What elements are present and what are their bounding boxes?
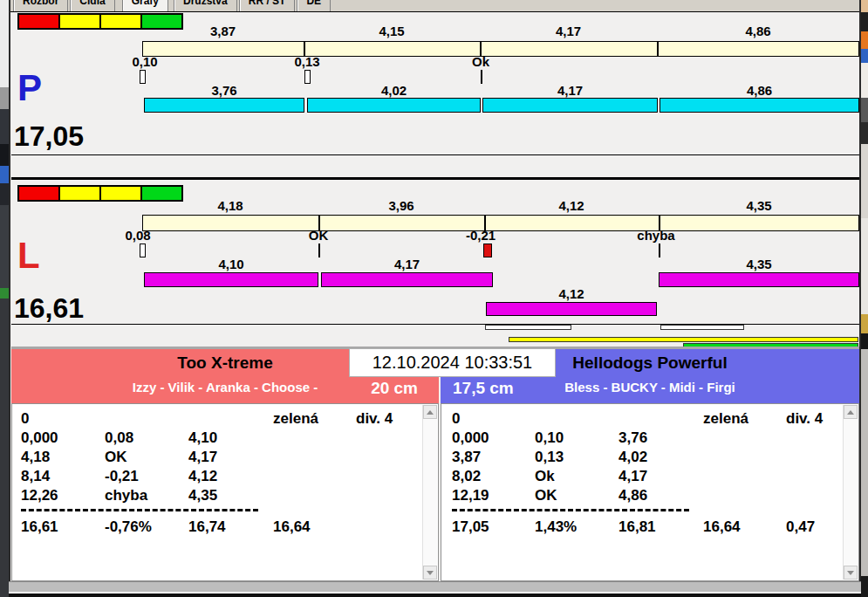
- legend-segment: [142, 15, 181, 28]
- plan-bar-divider: [657, 42, 659, 56]
- totals-cell: 16,81: [619, 519, 656, 536]
- panel-l-plan-segment-label: 4,18: [217, 199, 243, 212]
- panel-p-plan-segment-label: 3,87: [210, 24, 236, 38]
- strip-yellow-bar: [509, 337, 858, 342]
- table-cell: 4,17: [619, 469, 647, 485]
- panel-l-plan-bar: [142, 215, 859, 231]
- totals-cell: 1,43%: [535, 519, 577, 536]
- table-row: 0zelenádiv. 4: [441, 411, 858, 429]
- table-cell: 0: [452, 411, 460, 428]
- panel-p-mark-line-marker: [481, 70, 482, 84]
- panel-p-run-bar-segment: [307, 98, 481, 113]
- table-cell: 0: [21, 411, 29, 428]
- panel-l-run-segment-label: 4,12: [558, 287, 584, 300]
- arrow-down-icon: [427, 571, 434, 575]
- table-cell: -0,21: [105, 469, 139, 485]
- legend-segment: [142, 187, 181, 200]
- strip-white-bar: [485, 325, 571, 330]
- panel-p-plan-segment-label: 4,86: [745, 24, 770, 38]
- table-cell: 4,18: [21, 449, 50, 466]
- panel-p-plan-segment-label: 4,15: [379, 24, 404, 38]
- legend-segment: [19, 187, 58, 200]
- table-cell: div. 4: [786, 411, 823, 428]
- table-cell: 0,10: [535, 430, 564, 447]
- table-cell: 0,13: [535, 449, 564, 466]
- panel-l-mark-line-marker: [318, 244, 320, 257]
- panel-l-mark-label: chyba: [637, 229, 674, 242]
- totals-cell: 0,47: [786, 519, 815, 536]
- app-window: RozborČidlaGrafyDružstvaRR / STDE P17,05…: [0, 0, 868, 597]
- legend-segment: [19, 15, 58, 28]
- panel-l-plan-segment-label: 4,35: [746, 199, 771, 212]
- panel-p-label: P: [17, 70, 42, 106]
- panel-p-mark-label: 0,13: [294, 55, 319, 68]
- panel-l-run-bar-segment: [144, 272, 318, 287]
- panel-p-run-bar-segment: [660, 98, 859, 113]
- panel-p-run-segment-label: 3,76: [211, 84, 236, 97]
- datetime-display: 12.10.2024 10:33:51: [349, 348, 556, 377]
- panel-l-mark-box-marker: [140, 244, 146, 257]
- table-cell: 4,17: [188, 449, 217, 466]
- panel-l-run-bar-segment: [321, 272, 493, 287]
- table-cell: 8,02: [452, 469, 481, 485]
- panel-p-run-segment-label: 4,02: [381, 84, 407, 97]
- panel-p-plan-segment-label: 4,17: [556, 24, 581, 38]
- table-cell: 0,000: [21, 430, 58, 447]
- scroll-down-button[interactable]: [423, 566, 437, 580]
- table-row: 0,0000,084,10: [12, 430, 438, 448]
- panel-l-mark-line-marker: [659, 244, 660, 257]
- team-right-category: 17,5 cm: [453, 379, 514, 398]
- table-cell: 4,12: [188, 469, 217, 485]
- table-cell: OK: [105, 449, 127, 466]
- strip-white-bar: [660, 325, 744, 330]
- panel-p-mark-box-marker: [304, 70, 311, 84]
- panel-l-plan-segment-label: 3,96: [388, 199, 413, 212]
- totals-cell: 16,64: [703, 519, 741, 536]
- panel-l-run-bar-segment: [486, 302, 657, 316]
- totals-cell: 16,64: [273, 519, 311, 536]
- legend-segment: [60, 187, 99, 200]
- panel-l-mark-label: OK: [309, 229, 329, 242]
- table-row: 8,02Ok4,17: [441, 469, 858, 486]
- table-row: 8,14-0,214,12: [12, 469, 438, 486]
- results-table-right[interactable]: 0zelenádiv. 40,0000,103,763,870,134,028,…: [441, 403, 859, 581]
- panel-p-bottom-border: [11, 154, 859, 155]
- table-row: 12,26chyba4,35: [12, 488, 438, 505]
- arrow-down-icon: [847, 571, 854, 575]
- totals-row: 16,61-0,76%16,7416,64: [12, 519, 438, 537]
- table-cell: Ok: [535, 469, 555, 485]
- panel-l-bottom-border: [11, 324, 859, 325]
- table-row: 0zelenádiv. 4: [12, 411, 438, 429]
- panel-l-label: L: [17, 237, 40, 274]
- results-table-left[interactable]: 0zelenádiv. 40,0000,084,104,18OK4,178,14…: [11, 403, 439, 581]
- scroll-down-button[interactable]: [844, 566, 858, 580]
- panel-l-color-legend: [17, 185, 183, 202]
- panel-p-run-segment-label: 4,86: [747, 84, 772, 97]
- panel-p-run-bar-segment: [144, 98, 304, 113]
- panel-p-mark-label: Ok: [472, 55, 489, 68]
- panel-l-mark-error-marker: [483, 244, 492, 257]
- panel-l-mark-label: 0,08: [125, 229, 150, 242]
- table-row: 0,0000,103,76: [441, 430, 858, 448]
- totals-cell: 16,61: [21, 519, 58, 536]
- panel-l-run-segment-label: 4,10: [218, 257, 243, 271]
- panel-p-color-legend: [17, 13, 183, 30]
- totals-cell: 16,74: [188, 519, 226, 536]
- totals-row: 17,051,43%16,8116,640,47: [441, 519, 858, 537]
- table-cell: zelená: [703, 411, 748, 428]
- legend-segment: [60, 15, 99, 28]
- panel-l-plan-segment-label: 4,12: [558, 199, 584, 212]
- table-row: 4,18OK4,17: [12, 449, 438, 467]
- window-border-bottom: [9, 594, 861, 597]
- table-cell: 4,10: [188, 430, 217, 447]
- table-cell: OK: [535, 488, 557, 504]
- panel-l-total-time: 16,61: [14, 294, 84, 322]
- panel-p-mark-label: 0,10: [132, 55, 157, 68]
- legend-segment: [101, 15, 140, 28]
- panel-p-total-time: 17,05: [14, 122, 84, 150]
- panel-l-mark-label: -0,21: [466, 229, 496, 242]
- table-cell: 4,86: [619, 488, 647, 504]
- totals-separator: [452, 509, 689, 511]
- table-row: 3,870,134,02: [441, 449, 858, 467]
- panel-p-run-segment-label: 4,17: [557, 84, 583, 97]
